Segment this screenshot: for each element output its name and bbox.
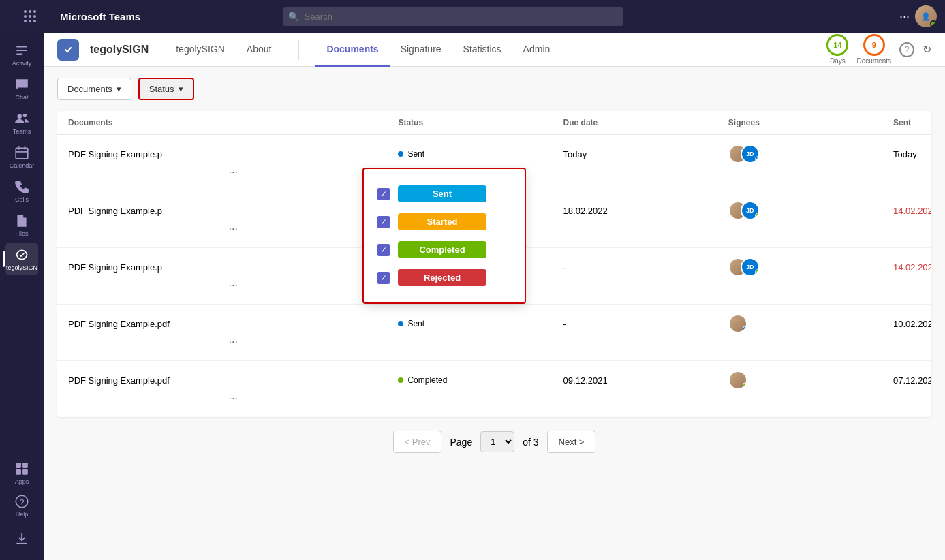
row-actions-btn[interactable]: ··· xyxy=(68,164,398,181)
svg-rect-11 xyxy=(16,148,28,158)
row-actions-btn[interactable]: ··· xyxy=(68,277,398,294)
app-header: tegolySIGN tegolySIGN About Documents Si… xyxy=(44,33,945,67)
checkbox-rejected[interactable]: ✓ xyxy=(377,272,390,284)
more-options-icon[interactable]: ··· xyxy=(899,10,910,24)
docs-label: Documents xyxy=(856,57,891,65)
avatar-status-indicator2 xyxy=(755,156,760,162)
status-filter-btn[interactable]: Status ▾ xyxy=(138,78,194,100)
sidebar-item-teams[interactable]: Teams xyxy=(5,106,38,139)
status-text: Sent xyxy=(407,149,424,159)
sidebar-item-calendar[interactable]: Calendar xyxy=(5,140,38,173)
sidebar-tegolysign-label: tegolySIGN xyxy=(6,264,37,271)
svg-text:?: ? xyxy=(19,497,24,507)
next-label: Next > xyxy=(559,437,585,447)
documents-filter-btn[interactable]: Documents ▾ xyxy=(57,78,131,100)
user-avatar[interactable]: 👤 xyxy=(915,5,937,27)
dropdown-item-rejected[interactable]: ✓ Rejected xyxy=(375,264,514,292)
days-label: Days xyxy=(830,57,846,65)
tab-admin[interactable]: Admin xyxy=(512,33,561,67)
sidebar-bottom: Apps ? Help xyxy=(5,456,38,555)
divider xyxy=(298,40,299,60)
col-signees: Signees xyxy=(728,118,893,127)
due-date: 18.02.2022 xyxy=(563,206,728,216)
about-tab[interactable]: About xyxy=(236,33,283,67)
status-text: Completed xyxy=(407,375,447,385)
svg-rect-18 xyxy=(22,469,28,475)
checkbox-sent[interactable]: ✓ xyxy=(377,188,390,200)
user-status-indicator xyxy=(930,20,937,27)
avatar-group xyxy=(728,371,743,390)
svg-rect-15 xyxy=(16,463,21,468)
checkbox-started[interactable]: ✓ xyxy=(377,216,390,228)
sent-date: 14.02.2022 xyxy=(893,262,920,273)
svg-point-6 xyxy=(24,20,27,22)
sidebar-item-activity[interactable]: Activity xyxy=(5,38,38,71)
doc-name: PDF Signing Example.pdf xyxy=(68,319,398,329)
page-select[interactable]: 1 2 3 xyxy=(480,431,514,452)
content-area: Documents ▾ Status ▾ Documents Status Du… xyxy=(44,67,945,560)
sent-date: 10.02.2022 xyxy=(893,319,920,329)
checkbox-completed[interactable]: ✓ xyxy=(377,244,390,256)
status-dropdown: ✓ Sent ✓ Started ✓ Completed ✓ Rejected xyxy=(362,168,526,304)
svg-point-5 xyxy=(33,15,36,18)
total-pages: of 3 xyxy=(523,437,538,448)
col-sent: Sent xyxy=(893,118,920,127)
sent-date: Today xyxy=(893,149,920,159)
status-dot-sent xyxy=(398,151,403,157)
tab-signature[interactable]: Signature xyxy=(390,33,452,67)
page-label: Page xyxy=(450,437,472,448)
svg-point-3 xyxy=(24,15,27,18)
status-badge-rejected: Rejected xyxy=(398,269,486,286)
dropdown-item-completed[interactable]: ✓ Completed xyxy=(375,236,514,264)
avatar-initials: JD xyxy=(741,144,760,164)
sidebar-item-apps[interactable]: Apps xyxy=(5,456,38,489)
dropdown-item-started[interactable]: ✓ Started xyxy=(375,208,514,236)
due-date: Today xyxy=(563,149,728,159)
svg-point-8 xyxy=(33,20,36,22)
status-dot-sent xyxy=(398,321,403,326)
tab-statistics[interactable]: Statistics xyxy=(452,33,512,67)
status-badge-sent: Sent xyxy=(398,185,486,202)
sidebar-help-label: Help xyxy=(16,511,29,518)
sidebar-calendar-label: Calendar xyxy=(10,162,35,169)
next-page-btn[interactable]: Next > xyxy=(547,431,596,453)
avatar-person xyxy=(728,371,747,390)
tegolysign-tab[interactable]: tegolySIGN xyxy=(165,33,236,67)
sidebar-item-calls[interactable]: Calls xyxy=(5,174,38,207)
help-circle-icon[interactable]: ? xyxy=(899,42,914,57)
sidebar-item-files[interactable]: Files xyxy=(5,208,38,241)
svg-rect-17 xyxy=(16,469,21,475)
apps-grid-icon[interactable] xyxy=(22,9,37,24)
signees-cell: JD xyxy=(728,258,893,277)
table-row: PDF Signing Example.pdf Completed 09.12.… xyxy=(57,361,931,417)
sidebar-item-chat[interactable]: Chat xyxy=(5,72,38,105)
tab-documents[interactable]: Documents xyxy=(315,33,389,67)
sent-date: 14.02.2022 xyxy=(893,206,920,216)
row-actions-btn[interactable]: ··· xyxy=(68,220,398,238)
signees-cell xyxy=(728,371,893,390)
search-input[interactable] xyxy=(283,7,623,26)
refresh-icon[interactable]: ↻ xyxy=(923,43,931,56)
svg-point-1 xyxy=(29,10,31,13)
avatar-group xyxy=(728,314,743,333)
filter-bar: Documents ▾ Status ▾ xyxy=(57,78,931,100)
app-nav-tabs: tegolySIGN About xyxy=(165,33,282,67)
sidebar-item-download[interactable] xyxy=(5,522,38,555)
topbar-right: ··· 👤 xyxy=(899,5,937,27)
sidebar-item-tegolysign[interactable]: tegolySIGN xyxy=(5,243,38,275)
doc-name: PDF Signing Example.pdf xyxy=(68,375,398,386)
doc-name: PDF Signing Example.p xyxy=(68,149,398,159)
dropdown-item-sent[interactable]: ✓ Sent xyxy=(375,180,514,208)
teams-sidebar: Activity Chat Teams Calendar Calls Files… xyxy=(0,33,44,560)
prev-page-btn[interactable]: < Prev xyxy=(393,431,442,453)
sidebar-item-help[interactable]: ? Help xyxy=(5,489,38,522)
col-status: Status xyxy=(398,118,563,127)
status-cell: Sent xyxy=(398,149,563,159)
row-actions-btn[interactable]: ··· xyxy=(68,333,398,351)
app-logo xyxy=(57,39,79,61)
status-filter-label: Status xyxy=(149,84,174,94)
documents-chevron-icon: ▾ xyxy=(117,84,121,94)
row-actions-btn[interactable]: ··· xyxy=(68,390,398,407)
main-area: tegolySIGN tegolySIGN About Documents Si… xyxy=(44,33,945,560)
signees-cell xyxy=(728,314,893,333)
